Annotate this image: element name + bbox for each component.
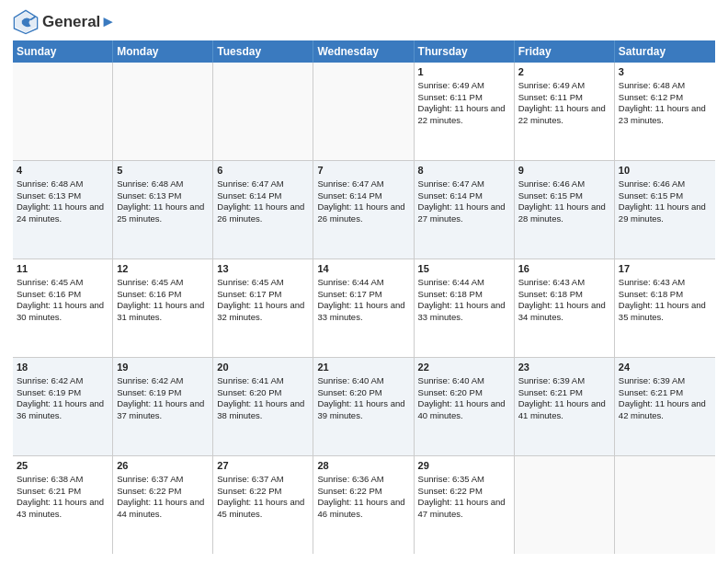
- day-info: Sunset: 6:14 PM: [217, 190, 309, 202]
- calendar-day-27: 27Sunrise: 6:37 AMSunset: 6:22 PMDayligh…: [213, 456, 313, 554]
- day-info: Sunrise: 6:45 AM: [17, 277, 108, 289]
- logo-text: General►: [42, 13, 116, 31]
- day-info: Daylight: 11 hours and 44 minutes.: [117, 497, 209, 521]
- day-info: Daylight: 11 hours and 37 minutes.: [117, 398, 209, 422]
- day-info: Sunrise: 6:42 AM: [117, 375, 209, 387]
- day-info: Sunset: 6:17 PM: [217, 289, 309, 301]
- calendar-empty-cell: [615, 456, 715, 554]
- day-info: Sunset: 6:15 PM: [518, 190, 610, 202]
- calendar-day-5: 5Sunrise: 6:48 AMSunset: 6:13 PMDaylight…: [113, 161, 213, 259]
- day-number: 2: [518, 65, 610, 79]
- calendar-week-1: 1Sunrise: 6:49 AMSunset: 6:11 PMDaylight…: [13, 63, 715, 161]
- day-info: Sunset: 6:22 PM: [117, 486, 209, 498]
- day-header-thursday: Thursday: [415, 40, 515, 63]
- calendar-day-6: 6Sunrise: 6:47 AMSunset: 6:14 PMDaylight…: [213, 161, 313, 259]
- day-info: Daylight: 11 hours and 22 minutes.: [418, 103, 510, 127]
- day-info: Sunrise: 6:42 AM: [17, 375, 108, 387]
- day-info: Daylight: 11 hours and 26 minutes.: [217, 201, 309, 225]
- day-info: Daylight: 11 hours and 42 minutes.: [619, 398, 711, 422]
- day-info: Daylight: 11 hours and 26 minutes.: [317, 201, 409, 225]
- day-number: 12: [117, 262, 209, 276]
- day-number: 15: [418, 262, 510, 276]
- calendar-week-2: 4Sunrise: 6:48 AMSunset: 6:13 PMDaylight…: [13, 161, 715, 259]
- day-number: 28: [317, 459, 409, 473]
- day-number: 5: [117, 164, 209, 178]
- calendar-day-26: 26Sunrise: 6:37 AMSunset: 6:22 PMDayligh…: [113, 456, 213, 554]
- day-info: Sunrise: 6:46 AM: [619, 178, 711, 190]
- day-header-wednesday: Wednesday: [313, 40, 414, 63]
- day-number: 14: [317, 262, 409, 276]
- day-info: Daylight: 11 hours and 25 minutes.: [117, 201, 209, 225]
- day-number: 17: [619, 262, 711, 276]
- day-info: Sunrise: 6:35 AM: [418, 474, 510, 486]
- day-info: Sunrise: 6:47 AM: [217, 178, 309, 190]
- day-info: Daylight: 11 hours and 22 minutes.: [518, 103, 610, 127]
- calendar-day-1: 1Sunrise: 6:49 AMSunset: 6:11 PMDaylight…: [415, 63, 515, 160]
- day-info: Sunset: 6:20 PM: [418, 387, 510, 399]
- day-info: Sunset: 6:13 PM: [17, 190, 108, 202]
- calendar-body: 1Sunrise: 6:49 AMSunset: 6:11 PMDaylight…: [13, 63, 715, 554]
- calendar-day-20: 20Sunrise: 6:41 AMSunset: 6:20 PMDayligh…: [213, 358, 313, 455]
- calendar-day-25: 25Sunrise: 6:38 AMSunset: 6:21 PMDayligh…: [13, 456, 113, 554]
- day-number: 4: [17, 164, 108, 178]
- day-info: Sunrise: 6:36 AM: [317, 474, 409, 486]
- day-info: Sunrise: 6:48 AM: [619, 80, 711, 92]
- day-info: Sunset: 6:13 PM: [117, 190, 209, 202]
- day-info: Daylight: 11 hours and 41 minutes.: [518, 398, 610, 422]
- day-info: Sunrise: 6:45 AM: [117, 277, 209, 289]
- day-info: Daylight: 11 hours and 30 minutes.: [17, 300, 108, 324]
- logo-icon: [13, 9, 39, 35]
- day-info: Sunrise: 6:43 AM: [619, 277, 711, 289]
- day-number: 7: [317, 164, 409, 178]
- calendar-day-2: 2Sunrise: 6:49 AMSunset: 6:11 PMDaylight…: [515, 63, 615, 160]
- day-header-tuesday: Tuesday: [213, 40, 313, 63]
- calendar-day-16: 16Sunrise: 6:43 AMSunset: 6:18 PMDayligh…: [515, 259, 615, 357]
- day-info: Sunrise: 6:45 AM: [217, 277, 309, 289]
- day-info: Sunset: 6:22 PM: [418, 486, 510, 498]
- calendar-day-7: 7Sunrise: 6:47 AMSunset: 6:14 PMDaylight…: [313, 161, 414, 259]
- page: General► SundayMondayTuesdayWednesdayThu…: [0, 0, 728, 563]
- day-info: Sunrise: 6:44 AM: [418, 277, 510, 289]
- day-info: Sunset: 6:16 PM: [17, 289, 108, 301]
- day-info: Sunset: 6:21 PM: [518, 387, 610, 399]
- day-info: Sunrise: 6:39 AM: [518, 375, 610, 387]
- calendar-header: SundayMondayTuesdayWednesdayThursdayFrid…: [13, 40, 715, 63]
- day-info: Sunrise: 6:48 AM: [117, 178, 209, 190]
- day-info: Daylight: 11 hours and 34 minutes.: [518, 300, 610, 324]
- day-info: Sunset: 6:11 PM: [418, 92, 510, 104]
- day-info: Sunrise: 6:49 AM: [418, 80, 510, 92]
- day-info: Sunrise: 6:44 AM: [317, 277, 409, 289]
- day-number: 13: [217, 262, 309, 276]
- calendar-day-18: 18Sunrise: 6:42 AMSunset: 6:19 PMDayligh…: [13, 358, 113, 455]
- day-number: 16: [518, 262, 610, 276]
- day-info: Sunrise: 6:40 AM: [418, 375, 510, 387]
- day-info: Daylight: 11 hours and 31 minutes.: [117, 300, 209, 324]
- day-info: Sunset: 6:17 PM: [317, 289, 409, 301]
- calendar-day-21: 21Sunrise: 6:40 AMSunset: 6:20 PMDayligh…: [313, 358, 414, 455]
- day-number: 6: [217, 164, 309, 178]
- calendar-day-8: 8Sunrise: 6:47 AMSunset: 6:14 PMDaylight…: [415, 161, 515, 259]
- day-info: Sunset: 6:22 PM: [217, 486, 309, 498]
- day-info: Daylight: 11 hours and 45 minutes.: [217, 497, 309, 521]
- day-info: Daylight: 11 hours and 33 minutes.: [418, 300, 510, 324]
- calendar-empty-cell: [313, 63, 414, 160]
- day-number: 25: [17, 459, 108, 473]
- header: General►: [13, 9, 715, 35]
- day-info: Sunrise: 6:47 AM: [418, 178, 510, 190]
- calendar-day-12: 12Sunrise: 6:45 AMSunset: 6:16 PMDayligh…: [113, 259, 213, 357]
- day-number: 29: [418, 459, 510, 473]
- calendar-empty-cell: [113, 63, 213, 160]
- day-info: Sunset: 6:12 PM: [619, 92, 711, 104]
- day-info: Sunrise: 6:39 AM: [619, 375, 711, 387]
- day-number: 26: [117, 459, 209, 473]
- day-number: 11: [17, 262, 108, 276]
- day-info: Sunset: 6:18 PM: [619, 289, 711, 301]
- day-header-monday: Monday: [113, 40, 213, 63]
- day-info: Sunset: 6:21 PM: [619, 387, 711, 399]
- day-info: Sunrise: 6:37 AM: [117, 474, 209, 486]
- day-info: Sunrise: 6:43 AM: [518, 277, 610, 289]
- day-info: Daylight: 11 hours and 24 minutes.: [17, 201, 108, 225]
- day-number: 27: [217, 459, 309, 473]
- day-info: Sunset: 6:19 PM: [117, 387, 209, 399]
- day-info: Sunset: 6:20 PM: [217, 387, 309, 399]
